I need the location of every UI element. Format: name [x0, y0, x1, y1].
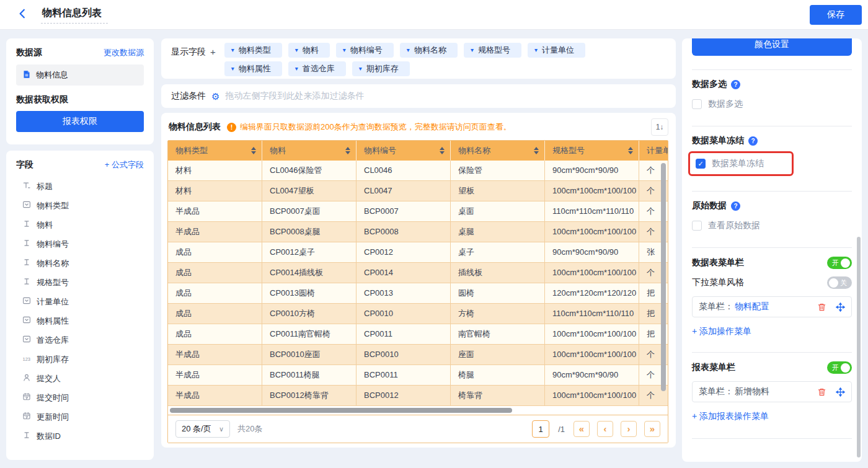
datasource-item[interactable]: 物料信息 — [16, 64, 144, 86]
sort-icon[interactable] — [345, 147, 350, 154]
table-cell: 半成品 — [168, 222, 262, 242]
sort-icon[interactable] — [628, 147, 633, 154]
multi-select-checkbox-row[interactable]: 数据多选 — [692, 99, 852, 110]
first-page-button[interactable]: « — [574, 421, 590, 437]
prev-page-button[interactable]: ‹ — [597, 421, 613, 437]
display-field-chip[interactable]: ▾物料名称 — [400, 43, 458, 58]
table-cell: 桌腿 — [451, 222, 545, 242]
display-field-chip[interactable]: ▾物料属性 — [224, 61, 282, 76]
page-number-input[interactable] — [532, 420, 549, 438]
column-header[interactable]: 物料编号 — [356, 141, 451, 161]
column-header[interactable]: 物料 — [262, 141, 356, 161]
display-field-chip[interactable]: ▾规格型号 — [464, 43, 521, 58]
menu-value[interactable]: 物料配置 — [735, 301, 769, 312]
field-item[interactable]: 数据ID — [16, 426, 144, 446]
help-icon[interactable]: ? — [731, 201, 740, 211]
field-item[interactable]: 计量单位 — [16, 292, 144, 311]
page-title[interactable]: 物料信息列表 — [41, 6, 108, 24]
change-datasource-link[interactable]: 更改数据源 — [104, 47, 144, 58]
move-icon[interactable] — [835, 387, 845, 397]
filter-dropzone[interactable]: 拖动左侧字段到此处来添加过滤条件 — [225, 91, 364, 102]
column-header[interactable]: 计量单位 — [639, 141, 668, 161]
checkbox-unchecked[interactable] — [692, 221, 702, 231]
report-menu-item: 菜单栏： 新增物料 — [692, 381, 852, 402]
table-cell: 成品 — [168, 263, 262, 283]
multi-select-checkbox-label: 数据多选 — [708, 99, 743, 110]
table-cell: 100cm*100cm*100/100 — [545, 324, 639, 344]
trash-icon[interactable] — [817, 387, 826, 397]
field-item[interactable]: 提交人 — [16, 369, 144, 388]
table-row: 成品CP0010方椅CP0010方椅110cm*110cm*110/110把 — [168, 304, 668, 324]
column-header-label: 物料类型 — [175, 145, 208, 156]
field-item[interactable]: 物料编号 — [16, 234, 144, 254]
table-cell: 桌子 — [451, 242, 545, 262]
table-cell: BCP0008 — [356, 222, 451, 242]
help-icon[interactable]: ? — [748, 136, 758, 146]
add-display-field-button[interactable]: + — [210, 46, 216, 74]
last-page-button[interactable]: » — [644, 421, 660, 437]
display-field-chip[interactable]: ▾物料 — [288, 43, 330, 58]
page-total: /1 — [558, 425, 565, 434]
column-header[interactable]: 规格型号 — [545, 141, 639, 161]
page-size-select[interactable]: 20 条/页 ∨ — [175, 420, 230, 438]
table-cell: 110cm*110cm*110/110 — [545, 304, 639, 324]
add-formula-field-link[interactable]: + 公式字段 — [105, 159, 144, 170]
field-item[interactable]: 物料名称 — [16, 254, 144, 273]
display-field-chip[interactable]: ▾物料编号 — [336, 43, 394, 58]
horizontal-scrollbar[interactable] — [170, 408, 512, 413]
chevron-down-icon: ▾ — [407, 47, 410, 53]
sort-icon[interactable] — [440, 147, 445, 154]
menu-value[interactable]: 新增物料 — [735, 386, 769, 397]
help-icon[interactable]: ? — [731, 80, 740, 89]
field-item[interactable]: 首选仓库 — [16, 330, 144, 350]
color-settings-button[interactable]: 颜色设置 — [692, 38, 852, 56]
field-item[interactable]: 规格型号 — [16, 273, 144, 292]
table-menu-toggle-on[interactable]: 开 — [827, 257, 852, 269]
field-item-label: 数据ID — [37, 431, 61, 442]
field-item[interactable]: 物料类型 — [16, 196, 144, 215]
display-field-chip[interactable]: ▾首选仓库 — [288, 61, 346, 76]
back-button[interactable] — [15, 7, 30, 22]
add-report-action-menu-link[interactable]: + 添加报表操作菜单 — [692, 411, 852, 422]
panel-scrollbar[interactable] — [857, 237, 861, 457]
display-field-chip[interactable]: ▾期初库存 — [352, 61, 410, 76]
vertical-scrollbar[interactable] — [661, 163, 666, 391]
report-permission-button[interactable]: 报表权限 — [16, 111, 144, 132]
column-header[interactable]: 物料名称 — [451, 141, 545, 161]
toggle-knob — [841, 363, 850, 373]
chip-label: 物料属性 — [239, 63, 271, 74]
move-icon[interactable] — [835, 302, 845, 312]
raw-data-checkbox-row[interactable]: 查看原始数据 — [692, 220, 852, 231]
next-page-button[interactable]: › — [621, 421, 637, 437]
field-item[interactable]: 更新时间 — [16, 407, 144, 426]
checkbox-checked[interactable]: ✓ — [696, 159, 706, 169]
table-cell: 100cm*100cm*100/100 — [545, 181, 639, 201]
report-menu-toggle-on[interactable]: 开 — [827, 361, 852, 374]
datasource-item-label: 物料信息 — [36, 69, 68, 81]
field-item[interactable]: 标题 — [16, 177, 144, 196]
sort-icon[interactable] — [534, 147, 539, 154]
dropdown-style-toggle-off[interactable]: 关 — [827, 276, 852, 289]
table-row: 材料CL0047望板CL0047望板100cm*100cm*100/100个 — [168, 181, 668, 201]
field-item[interactable]: 123期初库存 — [16, 350, 144, 369]
sort-order-icon[interactable]: 1↓ — [651, 118, 668, 136]
gear-icon[interactable]: ⚙ — [211, 92, 219, 101]
column-header-label: 物料名称 — [458, 145, 490, 156]
trash-icon[interactable] — [817, 302, 826, 312]
field-item-label: 首选仓库 — [37, 335, 69, 346]
column-header[interactable]: 物料类型 — [168, 141, 262, 161]
field-item[interactable]: 物料 — [16, 215, 144, 234]
sort-icon[interactable] — [251, 147, 256, 154]
field-item[interactable]: 提交时间 — [16, 388, 144, 407]
chevron-down-icon: ▾ — [231, 47, 234, 53]
checkbox-unchecked[interactable] — [692, 99, 702, 109]
save-button[interactable]: 保存 — [810, 5, 862, 25]
field-list: 标题物料类型物料物料编号物料名称规格型号计量单位物料属性首选仓库123期初库存提… — [16, 177, 144, 446]
table-row: 半成品BCP0008桌腿BCP0008桌腿100cm*100cm*100/100… — [168, 222, 668, 242]
display-field-chip[interactable]: ▾计量单位 — [528, 43, 585, 58]
display-field-chip[interactable]: ▾物料类型 — [224, 43, 282, 58]
chip-label: 物料类型 — [239, 45, 271, 56]
add-action-menu-link[interactable]: + 添加操作菜单 — [692, 326, 852, 337]
field-item[interactable]: 物料属性 — [16, 311, 144, 330]
table-cell: 圆椅 — [451, 283, 545, 303]
